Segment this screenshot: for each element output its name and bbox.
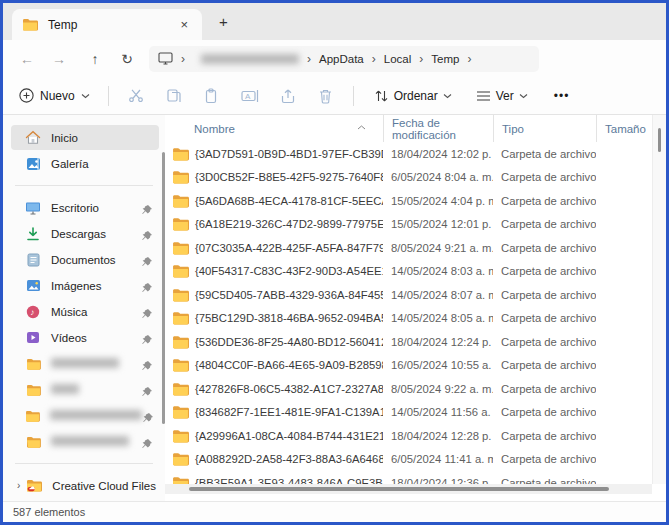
sidebar-item-galeria[interactable]: Galería bbox=[11, 151, 159, 176]
cut-icon[interactable] bbox=[117, 88, 155, 104]
sidebar-item-inicio[interactable]: Inicio bbox=[11, 125, 159, 150]
column-header-tipo[interactable]: Tipo bbox=[493, 115, 596, 142]
view-button-label: Ver bbox=[496, 89, 514, 103]
file-type: Carpeta de archivos bbox=[493, 336, 596, 348]
table-row[interactable]: {4804CC0F-BA66-4E65-9A09-B28598CD1... 16… bbox=[165, 354, 652, 378]
table-row[interactable]: {834682F7-1EE1-481E-9FA1-C139A1117FF9} 1… bbox=[165, 401, 652, 425]
pin-icon bbox=[141, 202, 153, 214]
table-row[interactable]: {427826F8-06C5-4382-A1C7-2327A8F078... 8… bbox=[165, 377, 652, 401]
sidebar-item-creative-cloud-files[interactable]: › Creative Cloud Files bbox=[11, 473, 159, 498]
table-row[interactable]: {A29996A1-08CA-4084-B744-431E21405B... 1… bbox=[165, 424, 652, 448]
titlebar: Temp × + bbox=[3, 3, 666, 40]
svg-text:A: A bbox=[245, 91, 251, 100]
folder-icon bbox=[172, 405, 189, 419]
sidebar: Inicio Galería Escritorio Descargas Docu… bbox=[3, 115, 165, 501]
breadcrumb-local[interactable]: Local bbox=[384, 53, 412, 65]
more-options-button[interactable]: ••• bbox=[540, 89, 584, 103]
chevron-down-icon bbox=[519, 93, 528, 99]
sidebar-item-blurred-folder[interactable] bbox=[11, 403, 159, 428]
copy-icon[interactable] bbox=[155, 88, 193, 104]
tab-close-icon[interactable]: × bbox=[176, 17, 192, 32]
documents-icon bbox=[25, 252, 41, 268]
chevron-down-icon bbox=[81, 93, 90, 99]
file-type: Carpeta de archivos bbox=[493, 383, 596, 395]
breadcrumb-separator: › bbox=[372, 52, 376, 66]
sort-ascending-icon bbox=[357, 116, 366, 134]
sidebar-item-label: Escritorio bbox=[51, 202, 141, 214]
column-header-nombre[interactable]: Nombre bbox=[165, 115, 383, 142]
pin-icon bbox=[141, 384, 153, 396]
delete-icon[interactable] bbox=[307, 88, 345, 104]
file-type: Carpeta de archivos bbox=[493, 312, 596, 324]
breadcrumb-username-blurred[interactable] bbox=[201, 54, 299, 64]
sidebar-item-label: Música bbox=[51, 306, 141, 318]
table-row[interactable]: {75BC129D-3818-46BA-9652-094BA5D598... 1… bbox=[165, 307, 652, 331]
breadcrumb-separator: › bbox=[467, 52, 471, 66]
sort-arrows-icon bbox=[374, 89, 389, 103]
breadcrumb-temp[interactable]: Temp bbox=[431, 53, 459, 65]
table-row[interactable]: {3AD7D591-0B9D-4BD1-97EF-CB39D84FD... 18… bbox=[165, 142, 652, 166]
table-row[interactable]: {40F54317-C83C-43F2-90D3-A54EE15EC7... 1… bbox=[165, 260, 652, 284]
file-type: Carpeta de archivos bbox=[493, 171, 596, 183]
new-button-label: Nuevo bbox=[40, 89, 75, 103]
file-type: Carpeta de archivos bbox=[493, 148, 596, 160]
sidebar-item-imagenes[interactable]: Imágenes bbox=[11, 273, 159, 298]
address-bar[interactable]: › › AppData › Local › Temp › bbox=[149, 46, 539, 72]
sidebar-item-videos[interactable]: Vídeos bbox=[11, 325, 159, 350]
sidebar-item-blurred-folder[interactable] bbox=[11, 377, 159, 402]
chevron-right-icon[interactable]: › bbox=[17, 480, 20, 491]
file-type: Carpeta de archivos bbox=[493, 265, 596, 277]
sidebar-item-label: Creative Cloud Files bbox=[52, 480, 156, 492]
up-button[interactable]: ↑ bbox=[79, 51, 111, 67]
sidebar-item-musica[interactable]: ♪ Música bbox=[11, 299, 159, 324]
vertical-scrollbar[interactable] bbox=[652, 115, 666, 484]
vertical-scrollbar-thumb[interactable] bbox=[658, 128, 661, 152]
table-row[interactable]: {5A6DA68B-4ECA-4178-81CF-5EECA813B... 15… bbox=[165, 189, 652, 213]
sort-button-label: Ordenar bbox=[394, 89, 438, 103]
rename-icon[interactable]: A bbox=[231, 88, 269, 104]
content-area: Inicio Galería Escritorio Descargas Docu… bbox=[3, 115, 666, 501]
breadcrumb-separator: › bbox=[419, 52, 423, 66]
column-header-fecha[interactable]: Fecha de modificación bbox=[383, 115, 493, 142]
new-tab-button[interactable]: + bbox=[213, 13, 234, 30]
file-name: {4804CC0F-BA66-4E65-9A09-B28598CD1... bbox=[195, 359, 383, 371]
table-row[interactable]: {3D0CB52F-B8E5-42F5-9275-7640F8E96757} 6… bbox=[165, 166, 652, 190]
file-name: {A29996A1-08CA-4084-B744-431E21405B... bbox=[195, 430, 383, 442]
new-button[interactable]: Nuevo bbox=[3, 88, 100, 103]
folder-icon bbox=[172, 358, 189, 372]
file-type: Carpeta de archivos bbox=[493, 406, 596, 418]
horizontal-scrollbar[interactable] bbox=[165, 484, 652, 494]
table-row[interactable]: {07C3035A-422B-425F-A5FA-847F79311B... 8… bbox=[165, 236, 652, 260]
tab-temp[interactable]: Temp × bbox=[12, 9, 202, 40]
file-list-panel: Nombre Fecha de modificación Tipo Tamaño… bbox=[165, 115, 666, 501]
share-icon[interactable] bbox=[269, 88, 307, 104]
desktop-icon bbox=[25, 200, 41, 216]
pin-icon bbox=[141, 254, 153, 266]
back-button[interactable]: ← bbox=[11, 51, 43, 67]
file-type: Carpeta de archivos bbox=[493, 453, 596, 465]
sidebar-item-descargas[interactable]: Descargas bbox=[11, 221, 159, 246]
refresh-button[interactable]: ↻ bbox=[111, 51, 143, 67]
file-name: {427826F8-06C5-4382-A1C7-2327A8F078... bbox=[195, 383, 383, 395]
sidebar-item-documentos[interactable]: Documentos bbox=[11, 247, 159, 272]
table-row[interactable]: {6A18E219-326C-47D2-9899-77975E568818} 1… bbox=[165, 213, 652, 237]
sidebar-item-blurred-folder[interactable] bbox=[11, 429, 159, 454]
horizontal-scrollbar-thumb[interactable] bbox=[189, 487, 609, 491]
breadcrumb-appdata[interactable]: AppData bbox=[319, 53, 364, 65]
svg-text:♪: ♪ bbox=[30, 307, 34, 317]
pin-icon bbox=[141, 332, 153, 344]
forward-button[interactable]: → bbox=[43, 51, 75, 67]
sidebar-item-label: Imágenes bbox=[51, 280, 141, 292]
pin-icon bbox=[141, 228, 153, 240]
table-row[interactable]: {A088292D-2A58-42F3-88A3-6A6468EF35... 6… bbox=[165, 448, 652, 472]
table-row[interactable]: {536DDE36-8F25-4A80-BD12-560412E74D... 1… bbox=[165, 330, 652, 354]
table-row[interactable]: {59C5D405-7ABB-4329-936A-84F455D79... 14… bbox=[165, 283, 652, 307]
sidebar-item-label: Galería bbox=[51, 158, 153, 170]
sidebar-item-escritorio[interactable]: Escritorio bbox=[11, 195, 159, 220]
file-date: 14/05/2024 11:56 a. m. bbox=[383, 406, 493, 418]
sidebar-item-blurred-folder[interactable] bbox=[11, 351, 159, 376]
view-button[interactable]: Ver bbox=[464, 89, 540, 103]
sort-button[interactable]: Ordenar bbox=[362, 89, 464, 103]
paste-icon[interactable] bbox=[193, 88, 231, 104]
file-type: Carpeta de archivos bbox=[493, 195, 596, 207]
